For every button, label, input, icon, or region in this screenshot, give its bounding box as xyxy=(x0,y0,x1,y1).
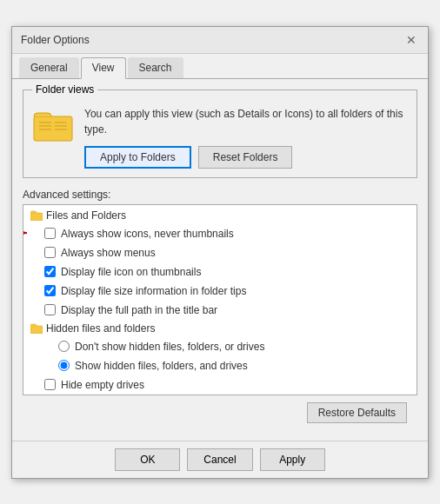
tab-bar: General View Search xyxy=(12,54,428,79)
list-item-hide-extensions: Hide extensions for known file types xyxy=(23,395,417,395)
apply-to-folders-button[interactable]: Apply to Folders xyxy=(84,146,191,169)
ok-button[interactable]: OK xyxy=(115,448,180,471)
group-hidden-files: Hidden files and folders xyxy=(23,320,417,337)
radio-show-hidden[interactable] xyxy=(58,360,70,371)
list-item-always-show-icons: Always show icons, never thumbnails xyxy=(23,224,417,243)
list-item-display-file-size: Display file size information in folder … xyxy=(23,282,417,301)
checkbox-always-show-menus[interactable] xyxy=(44,247,56,258)
tab-general[interactable]: General xyxy=(19,57,79,78)
title-bar: Folder Options ✕ xyxy=(12,27,428,54)
cancel-button[interactable]: Cancel xyxy=(187,448,252,471)
advanced-settings-list[interactable]: Files and Folders Always show icons, nev… xyxy=(23,204,417,395)
folder-options-dialog: Folder Options ✕ General View Search Fol… xyxy=(11,26,429,479)
folder-hidden-icon xyxy=(30,323,43,334)
hidden-files-label: Hidden files and folders xyxy=(46,322,155,335)
label-display-full-path: Display the full path in the title bar xyxy=(61,302,217,318)
svg-rect-1 xyxy=(39,122,51,123)
label-display-file-size: Display file size information in folder … xyxy=(61,283,246,299)
tab-search[interactable]: Search xyxy=(128,57,183,78)
radio-dont-show-hidden[interactable] xyxy=(58,341,70,352)
tab-view[interactable]: View xyxy=(81,57,126,79)
svg-rect-7 xyxy=(30,213,43,221)
files-folders-label: Files and Folders xyxy=(46,209,126,222)
svg-rect-3 xyxy=(39,129,51,130)
list-item-display-file-icon: Display file icon on thumbnails xyxy=(23,262,417,282)
apply-button[interactable]: Apply xyxy=(260,448,325,471)
advanced-settings-label: Advanced settings: xyxy=(23,189,417,201)
label-display-file-icon: Display file icon on thumbnails xyxy=(61,264,201,280)
restore-defaults-button[interactable]: Restore Defaults xyxy=(307,402,407,423)
dialog-title: Folder Options xyxy=(21,34,90,46)
svg-rect-6 xyxy=(55,129,67,130)
close-button[interactable]: ✕ xyxy=(403,32,419,48)
red-arrow-icon xyxy=(23,226,32,240)
label-show-hidden: Show hidden files, folders, and drives xyxy=(75,358,248,374)
label-hide-empty-drives: Hide empty drives xyxy=(61,377,144,393)
label-always-show-menus: Always show menus xyxy=(61,245,156,261)
folder-views-buttons: Apply to Folders Reset Folders xyxy=(84,146,408,169)
group-files-and-folders: Files and Folders xyxy=(23,207,417,224)
folder-small-icon xyxy=(30,210,43,221)
folder-views-description: You can apply this view (such as Details… xyxy=(84,106,408,137)
dialog-content: Folder views xyxy=(12,79,428,441)
label-dont-show-hidden: Don't show hidden files, folders, or dri… xyxy=(75,339,264,355)
list-item-always-show-menus: Always show menus xyxy=(23,243,417,262)
reset-folders-button[interactable]: Reset Folders xyxy=(198,146,293,169)
folder-icon xyxy=(32,108,74,145)
list-item-hide-empty-drives: Hide empty drives xyxy=(23,375,417,395)
checkbox-hide-empty-drives[interactable] xyxy=(44,379,56,390)
svg-rect-9 xyxy=(30,326,43,334)
folder-views-desc-area: You can apply this view (such as Details… xyxy=(84,106,408,169)
checkbox-display-file-icon[interactable] xyxy=(44,266,56,277)
checkbox-display-full-path[interactable] xyxy=(44,304,56,315)
list-item-dont-show-hidden: Don't show hidden files, folders, or dri… xyxy=(23,337,417,356)
list-item-display-full-path: Display the full path in the title bar xyxy=(23,301,417,320)
folder-views-label: Folder views xyxy=(32,83,97,96)
list-item-show-hidden: Show hidden files, folders, and drives xyxy=(23,356,417,375)
svg-rect-4 xyxy=(55,122,67,123)
checkbox-always-show-icons[interactable] xyxy=(44,228,56,239)
svg-rect-2 xyxy=(39,125,51,127)
checkbox-display-file-size[interactable] xyxy=(44,285,56,296)
label-always-show-icons: Always show icons, never thumbnails xyxy=(61,226,234,242)
dialog-footer: OK Cancel Apply xyxy=(12,441,428,478)
folder-views-group: Folder views xyxy=(23,90,417,178)
restore-defaults-bar: Restore Defaults xyxy=(23,395,417,430)
svg-rect-5 xyxy=(55,125,67,127)
folder-views-inner: You can apply this view (such as Details… xyxy=(32,106,408,169)
